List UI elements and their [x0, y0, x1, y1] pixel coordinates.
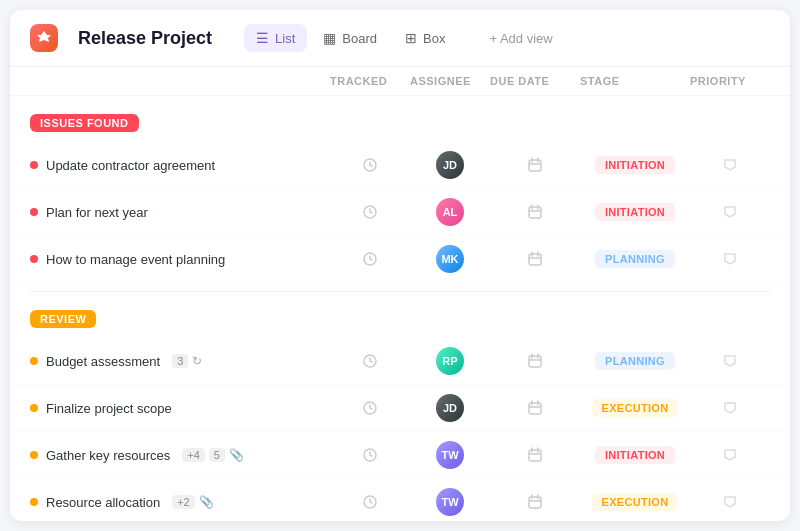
task-name-cell: Resource allocation+2📎 — [30, 495, 330, 510]
task-extra-item: 5 — [209, 448, 225, 462]
tracked-cell[interactable] — [330, 447, 410, 463]
section-issues-found: ISSUES FOUNDUpdate contractor agreementJ… — [10, 104, 790, 283]
task-extra-item: 📎 — [199, 495, 214, 509]
task-dot — [30, 208, 38, 216]
table-row[interactable]: How to manage event planningMKPLANNING — [10, 236, 790, 283]
tracked-cell[interactable] — [330, 251, 410, 267]
task-dot — [30, 451, 38, 459]
task-name-text: Resource allocation — [46, 495, 160, 510]
task-extras: +2📎 — [172, 495, 214, 509]
avatar: TW — [436, 441, 464, 469]
task-dot — [30, 161, 38, 169]
task-name-cell: Plan for next year — [30, 205, 330, 220]
project-title: Release Project — [78, 28, 212, 49]
priority-cell[interactable] — [690, 205, 770, 219]
tracked-cell[interactable] — [330, 204, 410, 220]
table-row[interactable]: Finalize project scopeJDEXECUTION — [10, 385, 790, 432]
stage-cell: PLANNING — [580, 352, 690, 370]
stage-badge: PLANNING — [595, 250, 675, 268]
col-priority: PRIORITY — [690, 75, 770, 87]
svg-rect-21 — [529, 403, 541, 414]
svg-rect-1 — [529, 160, 541, 171]
stage-badge: EXECUTION — [592, 493, 679, 511]
board-tab-icon: ▦ — [323, 30, 336, 46]
due-date-cell[interactable] — [490, 204, 580, 220]
table-row[interactable]: Gather key resources+45📎TWINITIATION — [10, 432, 790, 479]
stage-badge: PLANNING — [595, 352, 675, 370]
add-view-button[interactable]: + Add view — [477, 25, 564, 52]
task-dot — [30, 255, 38, 263]
task-extra-item: 📎 — [229, 448, 244, 462]
table-row[interactable]: Update contractor agreementJDINITIATION — [10, 142, 790, 189]
section-review: REVIEWBudget assessment3↻RPPLANNINGFinal… — [10, 300, 790, 521]
task-extra-item: +4 — [182, 448, 205, 462]
assignee-cell: AL — [410, 198, 490, 226]
section-badge-review: REVIEW — [30, 310, 96, 328]
stage-badge: INITIATION — [595, 203, 675, 221]
due-date-cell[interactable] — [490, 353, 580, 369]
task-extra-item: ↻ — [192, 354, 202, 368]
svg-rect-16 — [529, 356, 541, 367]
table-row[interactable]: Budget assessment3↻RPPLANNING — [10, 338, 790, 385]
due-date-cell[interactable] — [490, 400, 580, 416]
due-date-cell[interactable] — [490, 447, 580, 463]
tracked-cell[interactable] — [330, 400, 410, 416]
priority-cell[interactable] — [690, 158, 770, 172]
col-due-date: DUE DATE — [490, 75, 580, 87]
priority-cell[interactable] — [690, 448, 770, 462]
svg-rect-11 — [529, 254, 541, 265]
tab-board[interactable]: ▦ Board — [311, 24, 389, 52]
section-header-review: REVIEW — [10, 300, 790, 338]
header: Release Project ☰ List ▦ Board ⊞ Box + A… — [10, 10, 790, 67]
tracked-cell[interactable] — [330, 353, 410, 369]
tracked-cell[interactable] — [330, 157, 410, 173]
task-name-cell: Update contractor agreement — [30, 158, 330, 173]
stage-cell: PLANNING — [580, 250, 690, 268]
priority-cell[interactable] — [690, 354, 770, 368]
task-extra-item: 3 — [172, 354, 188, 368]
tab-box[interactable]: ⊞ Box — [393, 24, 457, 52]
task-name-text: How to manage event planning — [46, 252, 225, 267]
assignee-cell: RP — [410, 347, 490, 375]
stage-badge: INITIATION — [595, 156, 675, 174]
task-name-cell: Gather key resources+45📎 — [30, 448, 330, 463]
table-header: TRACKED ASSIGNEE DUE DATE STAGE PRIORITY — [10, 67, 790, 96]
task-name-text: Finalize project scope — [46, 401, 172, 416]
stage-cell: INITIATION — [580, 203, 690, 221]
table-row[interactable]: Plan for next yearALINITIATION — [10, 189, 790, 236]
tab-list[interactable]: ☰ List — [244, 24, 307, 52]
assignee-cell: JD — [410, 394, 490, 422]
assignee-cell: MK — [410, 245, 490, 273]
box-tab-icon: ⊞ — [405, 30, 417, 46]
task-name-text: Plan for next year — [46, 205, 148, 220]
assignee-cell: JD — [410, 151, 490, 179]
due-date-cell[interactable] — [490, 494, 580, 510]
tracked-cell[interactable] — [330, 494, 410, 510]
stage-cell: INITIATION — [580, 446, 690, 464]
svg-rect-31 — [529, 497, 541, 508]
table-row[interactable]: Resource allocation+2📎TWEXECUTION — [10, 479, 790, 521]
assignee-cell: TW — [410, 441, 490, 469]
priority-cell[interactable] — [690, 401, 770, 415]
due-date-cell[interactable] — [490, 157, 580, 173]
content-area: ISSUES FOUNDUpdate contractor agreementJ… — [10, 96, 790, 521]
col-tracked: TRACKED — [330, 75, 410, 87]
nav-tabs: ☰ List ▦ Board ⊞ Box — [244, 24, 457, 52]
app-logo — [30, 24, 58, 52]
task-name-cell: How to manage event planning — [30, 252, 330, 267]
priority-cell[interactable] — [690, 252, 770, 266]
section-badge-issues-found: ISSUES FOUND — [30, 114, 139, 132]
avatar: AL — [436, 198, 464, 226]
task-name-text: Budget assessment — [46, 354, 160, 369]
section-divider — [30, 291, 770, 292]
due-date-cell[interactable] — [490, 251, 580, 267]
avatar: JD — [436, 151, 464, 179]
task-dot — [30, 498, 38, 506]
stage-cell: EXECUTION — [580, 399, 690, 417]
col-stage: STAGE — [580, 75, 690, 87]
svg-rect-6 — [529, 207, 541, 218]
avatar: RP — [436, 347, 464, 375]
list-tab-icon: ☰ — [256, 30, 269, 46]
task-name-text: Update contractor agreement — [46, 158, 215, 173]
priority-cell[interactable] — [690, 495, 770, 509]
